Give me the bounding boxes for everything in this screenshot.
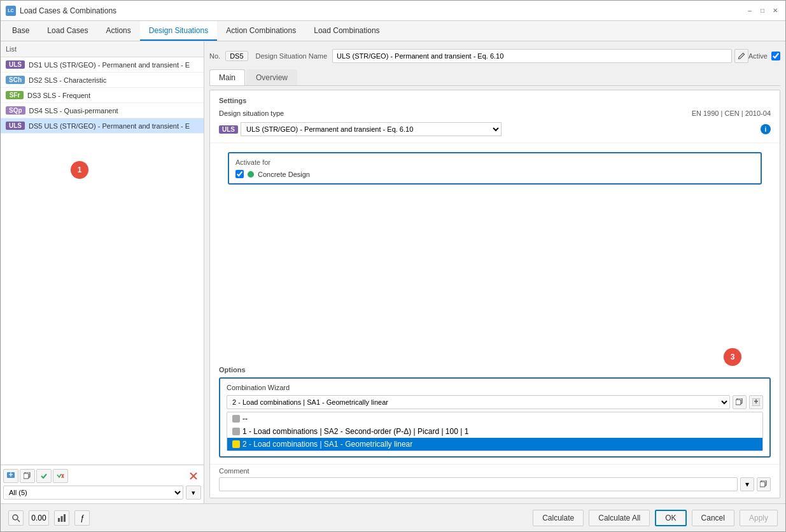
design-name-input[interactable] <box>332 49 732 63</box>
comment-label: Comment <box>219 467 771 475</box>
comment-copy-button[interactable] <box>757 477 771 491</box>
svg-rect-17 <box>61 516 63 522</box>
green-dot-icon <box>248 171 254 178</box>
tab-overview[interactable]: Overview <box>246 69 297 85</box>
bottom-icons: 0.00 ƒ <box>8 510 90 526</box>
svg-point-14 <box>13 515 18 520</box>
design-name-box <box>332 49 748 63</box>
tab-action-combinations[interactable]: Action Combinations <box>217 21 305 41</box>
options-container: 3 Options Combination Wizard 2 - Load co… <box>210 361 780 464</box>
no-label: No. <box>209 52 220 60</box>
uls-badge: ULS <box>219 125 238 134</box>
value-icon-button[interactable]: 0.00 <box>29 510 49 526</box>
annotation-3: 3 <box>724 348 741 366</box>
app-icon: LC <box>6 6 16 16</box>
add-button[interactable]: + <box>3 469 18 483</box>
badge-uls2: ULS <box>6 122 25 130</box>
combo-option-1[interactable]: -- <box>227 412 762 425</box>
title-controls: – □ ✕ <box>745 6 780 16</box>
title-bar-left: LC Load Cases & Combinations <box>6 6 116 16</box>
list-item[interactable]: ULS DS1 ULS (STR/GEO) - Permanent and tr… <box>1 57 204 73</box>
svg-rect-16 <box>58 518 60 522</box>
active-row: Active <box>748 52 780 60</box>
badge-sqp: SQp <box>6 106 25 115</box>
design-situation-type-label: Design situation type <box>219 109 284 117</box>
cancel-button[interactable]: Cancel <box>692 510 734 526</box>
combo-select-row: 2 - Load combinations | SA1 - Geometrica… <box>227 395 763 409</box>
chart-icon-button[interactable] <box>54 510 69 526</box>
design-type-select[interactable]: ULS (STR/GEO) - Permanent and transient … <box>241 122 502 136</box>
calculate-all-button[interactable]: Calculate All <box>589 510 650 526</box>
close-button[interactable]: ✕ <box>770 6 780 16</box>
tab-load-cases[interactable]: Load Cases <box>38 21 97 41</box>
tab-main[interactable]: Main <box>209 69 245 85</box>
delete-button[interactable] <box>186 469 201 483</box>
no-field: No. DS5 <box>209 51 248 61</box>
badge-sch: SCh <box>6 76 25 84</box>
tab-load-combinations[interactable]: Load Combinations <box>305 21 388 41</box>
apply-button[interactable]: Apply <box>740 510 778 526</box>
list-item[interactable]: SQp DS4 SLS - Quasi-permanent <box>1 103 204 118</box>
options-title: Options <box>219 366 771 374</box>
spacer <box>210 193 780 361</box>
ds-badge: DS5 <box>225 51 248 61</box>
main-window: LC Load Cases & Combinations – □ ✕ Base … <box>0 0 786 532</box>
combo-option-3-selected[interactable]: 2 - Load combinations | SA1 - Geometrica… <box>227 438 762 451</box>
svg-line-15 <box>18 519 20 522</box>
info-button[interactable]: i <box>761 124 771 134</box>
combo-add-button[interactable]: + <box>749 395 763 409</box>
combination-wizard-title: Combination Wizard <box>227 384 763 391</box>
design-situation-label: Design Situation Name <box>256 52 328 60</box>
bottom-bar: 0.00 ƒ Calculate Calculate All OK Cancel… <box>1 503 785 531</box>
search-icon-button[interactable] <box>8 510 24 526</box>
content-tabs: Main Overview <box>209 69 780 86</box>
calculate-button[interactable]: Calculate <box>533 510 584 526</box>
menu-bar: Base Load Cases Actions Design Situation… <box>1 21 785 41</box>
filter-dropdown-button[interactable]: ▾ <box>186 486 201 500</box>
annotation-1: 1 <box>71 161 88 179</box>
design-standard: EN 1990 | CEN | 2010-04 <box>692 109 771 117</box>
comment-input[interactable] <box>219 477 738 491</box>
tab-base[interactable]: Base <box>3 21 38 41</box>
comment-section: Comment ▾ <box>210 464 780 498</box>
ok-button[interactable]: OK <box>655 510 686 526</box>
activate-for-box: Activate for Concrete Design <box>228 152 762 185</box>
option-icon-gray2 <box>232 428 240 435</box>
tab-design-situations[interactable]: Design Situations <box>140 21 217 41</box>
active-checkbox[interactable] <box>771 52 780 60</box>
combination-wizard-select[interactable]: 2 - Load combinations | SA1 - Geometrica… <box>227 395 730 409</box>
edit-design-name-button[interactable] <box>734 49 748 63</box>
left-panel: List ULS DS1 ULS (STR/GEO) - Permanent a… <box>1 41 204 503</box>
option-icon-yellow <box>232 440 240 448</box>
svg-text:+: + <box>8 472 13 479</box>
minimize-button[interactable]: – <box>745 6 755 16</box>
badge-sfr: SFr <box>6 91 24 99</box>
combo-option-2[interactable]: 1 - Load combinations | SA2 - Second-ord… <box>227 425 762 438</box>
svg-rect-3 <box>24 473 29 479</box>
active-label: Active <box>748 52 768 60</box>
list-scroll[interactable]: ULS DS1 ULS (STR/GEO) - Permanent and tr… <box>1 57 204 465</box>
filter-row: All (5) ▾ <box>3 486 201 500</box>
tab-actions[interactable]: Actions <box>97 21 139 41</box>
list-item[interactable]: SCh DS2 SLS - Characteristic <box>1 73 204 88</box>
copy-button[interactable] <box>20 469 35 483</box>
settings-section: Settings Design situation type EN 1990 |… <box>210 90 780 143</box>
filter-select[interactable]: All (5) <box>3 486 183 500</box>
list-item-selected[interactable]: ULS DS5 ULS (STR/GEO) - Permanent and tr… <box>1 118 204 134</box>
content-area: List ULS DS1 ULS (STR/GEO) - Permanent a… <box>1 41 785 503</box>
cross-check-button[interactable] <box>53 469 68 483</box>
window-title: Load Cases & Combinations <box>20 6 116 15</box>
maximize-button[interactable]: □ <box>757 6 768 16</box>
formula-icon-button[interactable]: ƒ <box>74 510 90 526</box>
concrete-design-checkbox[interactable] <box>235 170 244 178</box>
comment-input-row: ▾ <box>219 477 771 491</box>
activate-concrete-design: Concrete Design <box>235 170 754 178</box>
svg-rect-13 <box>760 482 765 487</box>
list-item[interactable]: SFr DS3 SLS - Frequent <box>1 88 204 103</box>
comment-dropdown-button[interactable]: ▾ <box>740 477 754 491</box>
design-situation-type-row: Design situation type EN 1990 | CEN | 20… <box>219 109 771 117</box>
check-button[interactable] <box>36 469 52 483</box>
combo-copy-button[interactable] <box>733 395 747 409</box>
left-panel-controls: + <box>1 465 204 503</box>
content-box: Settings Design situation type EN 1990 |… <box>209 90 780 498</box>
